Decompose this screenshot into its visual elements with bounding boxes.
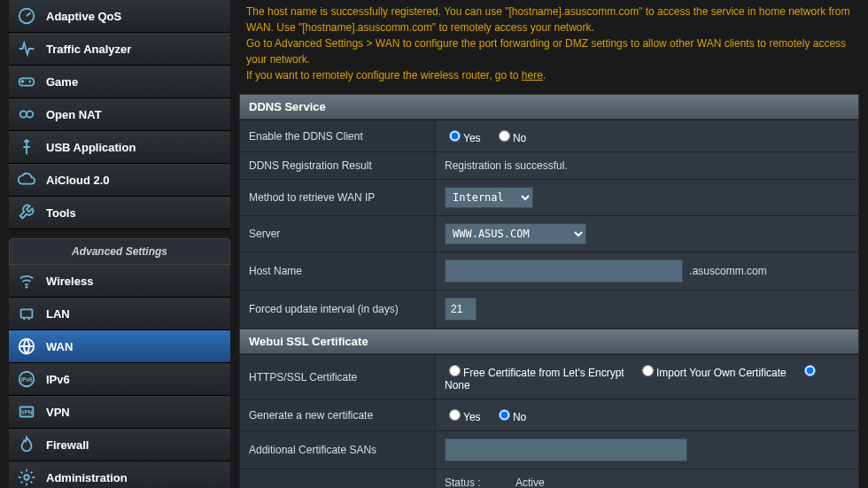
notice-line3-pre: If you want to remotely configure the wi… bbox=[246, 69, 522, 81]
svg-point-3 bbox=[20, 111, 27, 117]
fire-icon bbox=[16, 434, 37, 455]
globe-icon bbox=[16, 336, 37, 357]
ssl-table: HTTPS/SSL Certificate Free Certificate f… bbox=[239, 354, 859, 488]
label-ddns-reg-result: DDNS Registration Result bbox=[240, 152, 436, 180]
notice-line1: The host name is successfully registered… bbox=[246, 5, 850, 34]
sidebar-section-advanced-header: Advanced Settings bbox=[9, 238, 230, 265]
sidebar-item-label: Tools bbox=[46, 206, 76, 220]
label-https-cert: HTTPS/SSL Certificate bbox=[240, 355, 436, 399]
select-wanip-method[interactable]: Internal bbox=[445, 187, 533, 208]
sidebar-item-wan[interactable]: WAN bbox=[9, 330, 230, 363]
sidebar-item-label: Open NAT bbox=[46, 108, 102, 121]
sidebar-advanced: WirelessLANWANIPv6IPv6VPNVPNFirewallAdmi… bbox=[9, 265, 230, 488]
gear-icon bbox=[16, 467, 37, 488]
radio-gen-yes[interactable]: Yes bbox=[445, 411, 481, 423]
svg-point-5 bbox=[26, 286, 28, 289]
label-hostname: Host Name bbox=[240, 252, 436, 290]
ipv6-icon: IPv6 bbox=[16, 368, 37, 390]
sidebar-item-usb-application[interactable]: USB Application bbox=[9, 131, 230, 164]
cert-status-key: Status : bbox=[445, 476, 515, 488]
gamepad-icon bbox=[16, 71, 37, 92]
select-server[interactable]: WWW.ASUS.COM bbox=[445, 223, 586, 244]
sidebar-item-label: WAN bbox=[46, 340, 73, 353]
sidebar-item-label: IPv6 bbox=[46, 373, 70, 386]
sidebar-item-administration[interactable]: Administration bbox=[9, 461, 230, 488]
sidebar-item-label: AiCloud 2.0 bbox=[46, 174, 110, 187]
value-ddns-reg-result: Registration is successful. bbox=[436, 152, 859, 180]
sidebar-item-tools[interactable]: Tools bbox=[9, 197, 230, 229]
label-wanip-method: Method to retrieve WAN IP bbox=[240, 180, 436, 216]
sidebar-item-label: Administration bbox=[46, 471, 128, 484]
cert-status-val: Active bbox=[515, 476, 849, 488]
sidebar-item-open-nat[interactable]: Open NAT bbox=[9, 98, 230, 131]
sidebar-item-label: Game bbox=[46, 75, 78, 89]
svg-text:VPN: VPN bbox=[20, 409, 33, 415]
section-header-ddns: DDNS Service bbox=[239, 94, 859, 120]
svg-rect-6 bbox=[21, 309, 33, 317]
svg-point-2 bbox=[28, 81, 31, 83]
notice-line3-post: . bbox=[543, 69, 546, 81]
notice-line2: Go to Advanced Settings > WAN to configu… bbox=[246, 37, 846, 66]
sidebar-item-firewall[interactable]: Firewall bbox=[9, 429, 230, 461]
section-header-ssl: Webui SSL Certificate bbox=[239, 329, 859, 354]
input-interval[interactable] bbox=[445, 298, 477, 321]
cloud-icon bbox=[16, 169, 37, 190]
radio-enable-yes[interactable]: Yes bbox=[445, 132, 481, 144]
radio-enable-no[interactable]: No bbox=[494, 132, 526, 144]
input-sans[interactable] bbox=[445, 438, 687, 461]
lan-icon bbox=[16, 303, 37, 324]
hostname-suffix: .asuscomm.com bbox=[689, 265, 766, 277]
input-hostname[interactable] bbox=[445, 259, 683, 283]
label-server-cert: Server Certificate bbox=[240, 469, 436, 489]
usb-icon bbox=[16, 136, 37, 158]
sidebar: Adaptive QoSTraffic AnalyzerGameOpen NAT… bbox=[9, 0, 230, 488]
sidebar-item-label: USB Application bbox=[46, 141, 136, 154]
sidebar-item-label: Traffic Analyzer bbox=[46, 43, 131, 56]
label-server: Server bbox=[240, 216, 436, 252]
svg-point-4 bbox=[27, 111, 33, 117]
nat-icon bbox=[16, 104, 37, 125]
sidebar-item-traffic-analyzer[interactable]: Traffic Analyzer bbox=[9, 33, 230, 66]
radio-cert-le[interactable]: Free Certificate from Let's Encrypt bbox=[445, 367, 624, 379]
server-cert-details: Status :Active Issued to :router.asus.co… bbox=[445, 476, 849, 488]
sidebar-item-adaptive-qos[interactable]: Adaptive QoS bbox=[9, 0, 230, 33]
main-content: The host name is successfully registered… bbox=[239, 0, 859, 488]
label-enable-ddns: Enable the DDNS Client bbox=[240, 120, 436, 152]
pulse-icon bbox=[16, 38, 37, 59]
notice-here-link[interactable]: here bbox=[522, 69, 543, 81]
sidebar-item-label: Firewall bbox=[46, 438, 89, 452]
radio-gen-no[interactable]: No bbox=[494, 411, 526, 423]
radio-cert-own[interactable]: Import Your Own Certificate bbox=[638, 367, 787, 379]
label-interval: Forced update interval (in days) bbox=[240, 290, 436, 329]
sidebar-item-lan[interactable]: LAN bbox=[9, 298, 230, 330]
label-sans: Additional Certificate SANs bbox=[240, 431, 436, 469]
label-gen-cert: Generate a new certificate bbox=[240, 399, 436, 431]
wrench-icon bbox=[16, 202, 37, 223]
ddns-table: Enable the DDNS Client Yes No DDNS Regis… bbox=[239, 120, 859, 329]
sidebar-item-game[interactable]: Game bbox=[9, 66, 230, 98]
vpn-icon: VPN bbox=[16, 401, 37, 422]
svg-text:IPv6: IPv6 bbox=[20, 376, 33, 383]
notice-box: The host name is successfully registered… bbox=[239, 0, 859, 94]
sidebar-item-label: Wireless bbox=[46, 275, 93, 288]
sidebar-general: Adaptive QoSTraffic AnalyzerGameOpen NAT… bbox=[9, 0, 230, 229]
sidebar-item-vpn[interactable]: VPNVPN bbox=[9, 396, 230, 429]
svg-point-12 bbox=[24, 475, 29, 480]
wifi-icon bbox=[16, 270, 37, 291]
sidebar-item-wireless[interactable]: Wireless bbox=[9, 265, 230, 298]
sidebar-item-ipv6[interactable]: IPv6IPv6 bbox=[9, 363, 230, 396]
sidebar-item-label: Adaptive QoS bbox=[46, 10, 121, 23]
sidebar-item-aicloud-2-0[interactable]: AiCloud 2.0 bbox=[9, 164, 230, 197]
gauge-icon bbox=[16, 5, 37, 27]
sidebar-item-label: LAN bbox=[46, 307, 70, 321]
sidebar-item-label: VPN bbox=[46, 406, 70, 419]
